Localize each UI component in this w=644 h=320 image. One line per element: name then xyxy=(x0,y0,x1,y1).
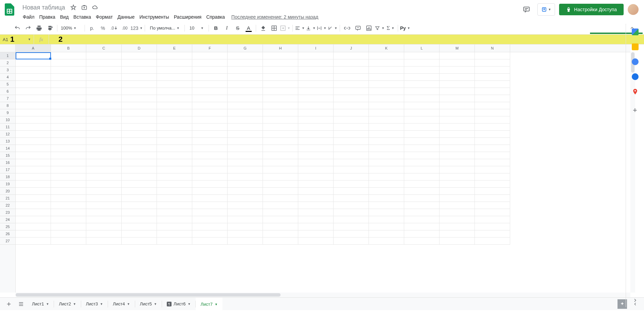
cell[interactable] xyxy=(263,52,298,59)
cell[interactable] xyxy=(404,173,440,181)
cell[interactable] xyxy=(157,216,192,223)
row-header[interactable]: 6 xyxy=(0,88,15,95)
cell[interactable] xyxy=(86,223,122,230)
cell[interactable] xyxy=(263,116,298,124)
cell[interactable] xyxy=(298,102,334,109)
cell[interactable] xyxy=(404,102,440,109)
bold-button[interactable]: B xyxy=(211,24,221,33)
cell[interactable] xyxy=(263,138,298,145)
col-header[interactable]: C xyxy=(86,44,122,52)
cell[interactable] xyxy=(440,188,475,195)
cell[interactable] xyxy=(86,59,122,67)
cell[interactable] xyxy=(192,88,228,95)
name-box[interactable]: A1 1 ▼ xyxy=(0,35,34,44)
cell[interactable] xyxy=(298,152,334,159)
cell[interactable] xyxy=(334,152,369,159)
cell[interactable] xyxy=(51,124,86,131)
sheet-tab[interactable]: Лист7▼ xyxy=(196,298,222,310)
cell[interactable] xyxy=(440,81,475,88)
cell[interactable] xyxy=(122,95,157,102)
cell[interactable] xyxy=(440,159,475,166)
cell[interactable] xyxy=(86,145,122,152)
cell[interactable] xyxy=(157,202,192,209)
cell[interactable] xyxy=(192,195,228,202)
col-header[interactable]: D xyxy=(122,44,157,52)
cell[interactable] xyxy=(475,230,510,238)
cell[interactable] xyxy=(369,81,404,88)
cell[interactable] xyxy=(157,131,192,138)
cell[interactable] xyxy=(404,223,440,230)
cell[interactable] xyxy=(122,138,157,145)
comment-button[interactable] xyxy=(353,24,363,33)
cell[interactable] xyxy=(475,173,510,181)
cell[interactable] xyxy=(86,138,122,145)
cell[interactable] xyxy=(334,74,369,81)
cell[interactable] xyxy=(440,102,475,109)
number-format-button[interactable]: 123▼ xyxy=(130,24,143,33)
cell[interactable] xyxy=(192,173,228,181)
tasks-icon[interactable] xyxy=(632,58,639,65)
cell[interactable] xyxy=(16,230,51,238)
cell[interactable] xyxy=(86,166,122,173)
cell[interactable] xyxy=(263,159,298,166)
cell[interactable] xyxy=(122,52,157,59)
cell[interactable] xyxy=(404,152,440,159)
cell[interactable] xyxy=(298,109,334,116)
sheet-tab[interactable]: Лист3▼ xyxy=(81,298,108,310)
cell[interactable] xyxy=(475,88,510,95)
cell[interactable] xyxy=(157,81,192,88)
cell[interactable] xyxy=(157,230,192,238)
cell[interactable] xyxy=(263,216,298,223)
comments-button[interactable] xyxy=(520,3,533,16)
collapse-panel-button[interactable] xyxy=(632,298,638,303)
cell[interactable] xyxy=(192,238,228,245)
cell[interactable] xyxy=(369,52,404,59)
cell[interactable] xyxy=(404,216,440,223)
cell[interactable] xyxy=(440,173,475,181)
percent-button[interactable]: % xyxy=(98,24,108,33)
doc-title[interactable]: Новая таблица xyxy=(20,3,67,12)
cell[interactable] xyxy=(404,116,440,124)
row-header[interactable]: 9 xyxy=(0,109,15,116)
cell[interactable] xyxy=(298,230,334,238)
cell[interactable] xyxy=(192,138,228,145)
cell[interactable] xyxy=(122,145,157,152)
maps-icon[interactable] xyxy=(632,88,639,95)
cell[interactable] xyxy=(86,173,122,181)
cell[interactable] xyxy=(440,95,475,102)
cell[interactable] xyxy=(440,131,475,138)
row-header[interactable]: 22 xyxy=(0,202,15,209)
borders-button[interactable] xyxy=(269,24,279,33)
cell[interactable] xyxy=(369,124,404,131)
last-edit-link[interactable]: Последнее изменение: 2 минуты назад xyxy=(231,14,318,20)
cell[interactable] xyxy=(404,202,440,209)
cell[interactable] xyxy=(157,124,192,131)
cell[interactable] xyxy=(298,67,334,74)
cell[interactable] xyxy=(334,188,369,195)
sheet-tab[interactable]: Лист4▼ xyxy=(108,298,135,310)
cell[interactable] xyxy=(334,81,369,88)
cell[interactable] xyxy=(440,138,475,145)
cell[interactable] xyxy=(369,195,404,202)
cell[interactable] xyxy=(157,138,192,145)
cell[interactable] xyxy=(369,88,404,95)
cell[interactable] xyxy=(369,223,404,230)
cell[interactable] xyxy=(440,52,475,59)
cell[interactable] xyxy=(86,102,122,109)
cell[interactable] xyxy=(298,88,334,95)
cell[interactable] xyxy=(263,181,298,188)
cell[interactable] xyxy=(51,74,86,81)
row-header[interactable]: 1 xyxy=(0,52,15,59)
cell[interactable] xyxy=(86,52,122,59)
cell[interactable] xyxy=(86,152,122,159)
cell[interactable] xyxy=(51,145,86,152)
cell[interactable] xyxy=(440,223,475,230)
row-header[interactable]: 10 xyxy=(0,116,15,124)
contacts-icon[interactable] xyxy=(632,73,639,80)
cell[interactable] xyxy=(404,109,440,116)
cell[interactable] xyxy=(263,209,298,216)
row-header[interactable]: 2 xyxy=(0,59,15,67)
cell[interactable] xyxy=(228,81,263,88)
cell[interactable] xyxy=(263,59,298,67)
cell[interactable] xyxy=(86,74,122,81)
